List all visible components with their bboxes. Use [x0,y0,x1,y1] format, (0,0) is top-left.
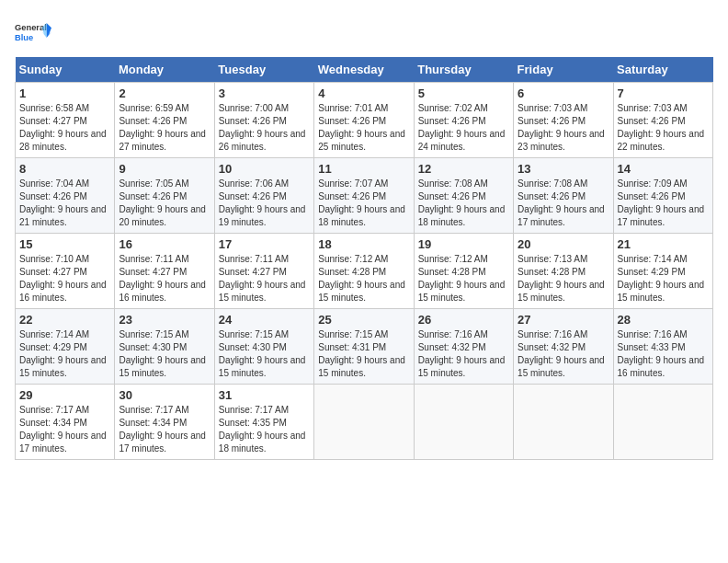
day-info: Sunrise: 7:16 AM Sunset: 4:32 PM Dayligh… [518,328,609,380]
calendar-cell [514,385,613,460]
day-number: 22 [19,313,110,327]
day-number: 24 [219,313,310,327]
calendar-cell: 21 Sunrise: 7:14 AM Sunset: 4:29 PM Dayl… [613,234,712,309]
day-number: 5 [418,86,509,100]
day-info: Sunrise: 7:15 AM Sunset: 4:30 PM Dayligh… [119,328,210,380]
calendar-week-row: 15 Sunrise: 7:10 AM Sunset: 4:27 PM Dayl… [16,234,713,309]
col-thursday: Thursday [414,57,513,83]
calendar-cell: 25 Sunrise: 7:15 AM Sunset: 4:31 PM Dayl… [314,309,414,385]
calendar-cell: 28 Sunrise: 7:16 AM Sunset: 4:33 PM Dayl… [613,309,712,385]
calendar-cell [414,385,513,460]
day-info: Sunrise: 7:03 AM Sunset: 4:26 PM Dayligh… [518,102,609,154]
day-info: Sunrise: 7:17 AM Sunset: 4:34 PM Dayligh… [119,404,210,455]
calendar-cell: 29 Sunrise: 7:17 AM Sunset: 4:34 PM Dayl… [16,385,115,460]
col-friday: Friday [514,57,613,83]
calendar-cell: 3 Sunrise: 7:00 AM Sunset: 4:26 PM Dayli… [214,83,313,158]
day-info: Sunrise: 7:03 AM Sunset: 4:26 PM Dayligh… [618,102,709,154]
calendar-cell [613,385,712,460]
calendar-cell: 13 Sunrise: 7:08 AM Sunset: 4:26 PM Dayl… [514,158,613,234]
day-number: 6 [518,86,609,100]
day-info: Sunrise: 6:59 AM Sunset: 4:26 PM Dayligh… [119,102,210,154]
day-info: Sunrise: 7:00 AM Sunset: 4:26 PM Dayligh… [219,102,310,154]
calendar-cell: 9 Sunrise: 7:05 AM Sunset: 4:26 PM Dayli… [115,158,214,234]
col-sunday: Sunday [16,57,115,83]
calendar-cell: 16 Sunrise: 7:11 AM Sunset: 4:27 PM Dayl… [115,234,214,309]
day-number: 13 [518,162,609,176]
day-info: Sunrise: 7:14 AM Sunset: 4:29 PM Dayligh… [19,328,110,380]
logo-svg: General Blue [15,15,51,50]
calendar-cell: 2 Sunrise: 6:59 AM Sunset: 4:26 PM Dayli… [115,83,214,158]
day-info: Sunrise: 7:16 AM Sunset: 4:33 PM Dayligh… [618,328,709,380]
calendar-cell: 8 Sunrise: 7:04 AM Sunset: 4:26 PM Dayli… [16,158,115,234]
day-number: 27 [518,313,609,327]
day-info: Sunrise: 7:06 AM Sunset: 4:26 PM Dayligh… [219,178,310,229]
day-info: Sunrise: 7:13 AM Sunset: 4:28 PM Dayligh… [518,253,609,304]
day-info: Sunrise: 7:17 AM Sunset: 4:35 PM Dayligh… [219,404,310,455]
calendar-week-row: 1 Sunrise: 6:58 AM Sunset: 4:27 PM Dayli… [16,83,713,158]
calendar-cell: 22 Sunrise: 7:14 AM Sunset: 4:29 PM Dayl… [16,309,115,385]
calendar-cell: 26 Sunrise: 7:16 AM Sunset: 4:32 PM Dayl… [414,309,513,385]
calendar-cell: 24 Sunrise: 7:15 AM Sunset: 4:30 PM Dayl… [214,309,313,385]
calendar-cell: 1 Sunrise: 6:58 AM Sunset: 4:27 PM Dayli… [16,83,115,158]
logo: General Blue [15,15,51,50]
day-info: Sunrise: 7:09 AM Sunset: 4:26 PM Dayligh… [618,178,709,229]
day-info: Sunrise: 7:07 AM Sunset: 4:26 PM Dayligh… [318,178,409,229]
day-info: Sunrise: 7:15 AM Sunset: 4:31 PM Dayligh… [318,328,409,380]
day-info: Sunrise: 7:08 AM Sunset: 4:26 PM Dayligh… [518,178,609,229]
day-number: 21 [618,237,709,251]
day-info: Sunrise: 7:17 AM Sunset: 4:34 PM Dayligh… [19,404,110,455]
calendar-cell: 18 Sunrise: 7:12 AM Sunset: 4:28 PM Dayl… [314,234,414,309]
header-row: Sunday Monday Tuesday Wednesday Thursday… [16,57,713,83]
day-number: 28 [618,313,709,327]
calendar-cell: 7 Sunrise: 7:03 AM Sunset: 4:26 PM Dayli… [613,83,712,158]
calendar-cell: 20 Sunrise: 7:13 AM Sunset: 4:28 PM Dayl… [514,234,613,309]
day-info: Sunrise: 7:16 AM Sunset: 4:32 PM Dayligh… [418,328,509,380]
day-number: 16 [119,237,210,251]
col-monday: Monday [115,57,214,83]
day-info: Sunrise: 7:12 AM Sunset: 4:28 PM Dayligh… [318,253,409,304]
day-info: Sunrise: 7:11 AM Sunset: 4:27 PM Dayligh… [119,253,210,304]
svg-text:Blue: Blue [15,33,33,42]
calendar-cell: 10 Sunrise: 7:06 AM Sunset: 4:26 PM Dayl… [214,158,313,234]
day-info: Sunrise: 6:58 AM Sunset: 4:27 PM Dayligh… [19,102,110,154]
day-info: Sunrise: 7:14 AM Sunset: 4:29 PM Dayligh… [618,253,709,304]
day-number: 8 [19,162,110,176]
calendar-cell: 4 Sunrise: 7:01 AM Sunset: 4:26 PM Dayli… [314,83,414,158]
day-info: Sunrise: 7:11 AM Sunset: 4:27 PM Dayligh… [219,253,310,304]
day-number: 18 [318,237,409,251]
day-number: 31 [219,388,310,402]
day-number: 12 [418,162,509,176]
calendar-cell: 17 Sunrise: 7:11 AM Sunset: 4:27 PM Dayl… [214,234,313,309]
day-number: 26 [418,313,509,327]
calendar-cell: 11 Sunrise: 7:07 AM Sunset: 4:26 PM Dayl… [314,158,414,234]
day-info: Sunrise: 7:15 AM Sunset: 4:30 PM Dayligh… [219,328,310,380]
day-number: 20 [518,237,609,251]
col-saturday: Saturday [613,57,712,83]
day-info: Sunrise: 7:10 AM Sunset: 4:27 PM Dayligh… [19,253,110,304]
day-info: Sunrise: 7:05 AM Sunset: 4:26 PM Dayligh… [119,178,210,229]
day-number: 14 [618,162,709,176]
calendar-cell: 15 Sunrise: 7:10 AM Sunset: 4:27 PM Dayl… [16,234,115,309]
calendar-body: 1 Sunrise: 6:58 AM Sunset: 4:27 PM Dayli… [16,83,713,460]
col-tuesday: Tuesday [214,57,313,83]
day-number: 30 [119,388,210,402]
day-info: Sunrise: 7:02 AM Sunset: 4:26 PM Dayligh… [418,102,509,154]
calendar-cell: 5 Sunrise: 7:02 AM Sunset: 4:26 PM Dayli… [414,83,513,158]
day-info: Sunrise: 7:01 AM Sunset: 4:26 PM Dayligh… [318,102,409,154]
day-number: 10 [219,162,310,176]
day-info: Sunrise: 7:04 AM Sunset: 4:26 PM Dayligh… [19,178,110,229]
day-number: 2 [119,86,210,100]
day-info: Sunrise: 7:12 AM Sunset: 4:28 PM Dayligh… [418,253,509,304]
header: General Blue [15,15,713,50]
calendar-cell: 6 Sunrise: 7:03 AM Sunset: 4:26 PM Dayli… [514,83,613,158]
day-number: 17 [219,237,310,251]
calendar-cell: 14 Sunrise: 7:09 AM Sunset: 4:26 PM Dayl… [613,158,712,234]
day-number: 25 [318,313,409,327]
calendar-week-row: 29 Sunrise: 7:17 AM Sunset: 4:34 PM Dayl… [16,385,713,460]
calendar-cell: 12 Sunrise: 7:08 AM Sunset: 4:26 PM Dayl… [414,158,513,234]
calendar-week-row: 22 Sunrise: 7:14 AM Sunset: 4:29 PM Dayl… [16,309,713,385]
day-number: 23 [119,313,210,327]
day-number: 4 [318,86,409,100]
calendar-cell: 31 Sunrise: 7:17 AM Sunset: 4:35 PM Dayl… [214,385,313,460]
day-number: 3 [219,86,310,100]
